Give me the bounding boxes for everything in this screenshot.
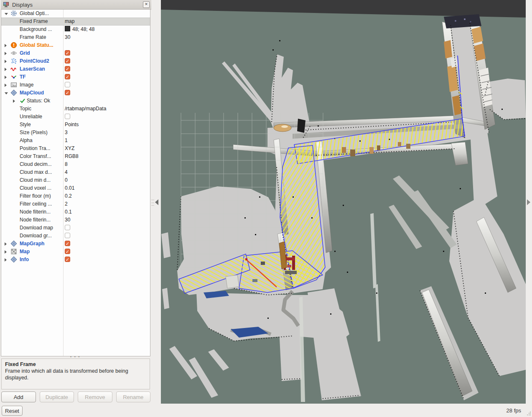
check-green-icon [19, 97, 26, 104]
checkbox-unchecked[interactable] [65, 233, 70, 238]
row-value[interactable]: map [65, 18, 74, 25]
checkbox-unchecked[interactable] [65, 225, 70, 230]
splitter-grip[interactable] [151, 200, 154, 206]
row-value[interactable]: 8 [65, 160, 68, 168]
tree-row-node-filterin[interactable]: Node filterin...0.1 [1, 208, 150, 216]
row-label: MapGraph [20, 240, 44, 248]
row-value[interactable]: 48; 48; 48 [65, 25, 94, 33]
row-value[interactable]: 2 [65, 200, 68, 208]
row-label: Info [20, 256, 29, 264]
resize-grip[interactable] [527, 412, 531, 416]
expand-arrow-icon[interactable] [5, 44, 7, 47]
tree-row-mapgraph[interactable]: MapGraph✓ [1, 240, 150, 248]
row-label: Cloud min d... [20, 176, 51, 184]
add-button[interactable]: Add [1, 392, 36, 402]
tree-row-position-tra[interactable]: Position Tra...XYZ [1, 145, 150, 153]
expand-arrow-icon[interactable] [5, 258, 7, 262]
tree-row-tf[interactable]: TF✓ [1, 73, 150, 81]
checkbox-checked[interactable]: ✓ [65, 58, 70, 64]
tree-row-download-gr[interactable]: Download gr... [1, 232, 150, 240]
tree-row-global-opti[interactable]: Global Opti... [1, 10, 150, 18]
gear-icon [10, 10, 17, 17]
row-label: Filter ceiling ... [20, 200, 52, 208]
tree-row-topic[interactable]: Topic/rtabmap/mapData [1, 105, 150, 113]
tree-row-cloud-max-d[interactable]: Cloud max d...4 [1, 168, 150, 176]
tree-row-status-ok[interactable]: Status: Ok [1, 97, 150, 105]
row-label: Download map [20, 224, 53, 232]
expand-arrow-icon[interactable] [5, 242, 7, 246]
tree-row-image[interactable]: Image [1, 81, 150, 89]
row-value[interactable]: 3 [65, 129, 68, 137]
tree-row-filter-ceiling[interactable]: Filter ceiling ...2 [1, 200, 150, 208]
row-value[interactable]: 30 [65, 216, 70, 224]
checkbox-checked[interactable]: ✓ [65, 241, 70, 246]
row-value[interactable]: 0.2 [65, 192, 72, 200]
tree-row-color-transf[interactable]: Color Transf...RGB8 [1, 153, 150, 160]
row-value[interactable]: XYZ [65, 145, 74, 153]
tree-row-download-map[interactable]: Download map [1, 224, 150, 232]
tree-row-unreliable[interactable]: Unreliable [1, 113, 150, 121]
checkbox-checked[interactable]: ✓ [65, 74, 70, 79]
expand-arrow-icon[interactable] [5, 52, 7, 55]
tree-row-filter-floor-m[interactable]: Filter floor (m)0.2 [1, 192, 150, 200]
checkbox-checked[interactable]: ✓ [65, 90, 70, 95]
display-tree: Global Opti...Fixed FramemapBackground .… [1, 9, 150, 356]
close-icon[interactable]: ✕ [143, 1, 150, 8]
expand-arrow-icon[interactable] [5, 76, 7, 79]
expand-arrow-icon[interactable] [5, 250, 7, 254]
row-value[interactable]: RGB8 [65, 153, 79, 160]
tree-row-global-statu[interactable]: !Global Statu... [1, 41, 150, 49]
row-label: Global Statu... [20, 41, 53, 49]
tree-row-fixed-frame[interactable]: Fixed Framemap [1, 18, 150, 25]
row-value[interactable]: Points [65, 121, 79, 129]
reset-button[interactable]: Reset [2, 406, 23, 416]
tree-row-node-filterin[interactable]: Node filterin...30 [1, 216, 150, 224]
tree-row-alpha[interactable]: Alpha1 [1, 137, 150, 145]
tree-row-mapcloud[interactable]: MapCloud✓ [1, 89, 150, 97]
row-value[interactable]: /rtabmap/mapData [65, 105, 106, 113]
expand-arrow-icon[interactable] [13, 99, 15, 103]
row-value[interactable]: 1 [65, 137, 68, 145]
3d-viewport[interactable] [161, 0, 526, 404]
row-label: Fixed Frame [20, 18, 48, 25]
tree-row-background[interactable]: Background ...48; 48; 48 [1, 25, 150, 33]
row-value[interactable]: 0.01 [65, 184, 74, 192]
image-icon [10, 81, 17, 88]
row-value[interactable]: 30 [65, 33, 70, 41]
fps-counter: 28 fps [507, 407, 521, 414]
row-label: Frame Rate [20, 33, 46, 41]
row-value[interactable]: 0 [65, 176, 68, 184]
row-label: Status: Ok [27, 97, 50, 105]
collapse-right-icon[interactable] [527, 199, 530, 205]
collapse-left-icon[interactable] [155, 199, 158, 205]
tree-row-cloud-min-d[interactable]: Cloud min d...0 [1, 176, 150, 184]
expand-arrow-icon[interactable] [5, 84, 7, 87]
tree-row-cloud-voxel[interactable]: Cloud voxel ...0.01 [1, 184, 150, 192]
row-label: TF [20, 73, 26, 81]
tree-row-cloud-decim[interactable]: Cloud decim...8 [1, 160, 150, 168]
expand-arrow-icon[interactable] [5, 60, 7, 63]
checkbox-checked[interactable]: ✓ [65, 66, 70, 71]
checkbox-unchecked[interactable] [65, 114, 70, 119]
expand-arrow-icon[interactable] [5, 68, 7, 71]
tree-row-style[interactable]: StylePoints [1, 121, 150, 129]
pointcloud-icon [10, 58, 17, 64]
row-value[interactable]: 0.1 [65, 208, 72, 216]
checkbox-unchecked[interactable] [65, 82, 70, 87]
row-label: Cloud voxel ... [20, 184, 51, 192]
row-value[interactable]: 4 [65, 168, 68, 176]
tree-row-grid[interactable]: Grid✓ [1, 49, 150, 57]
checkbox-checked[interactable]: ✓ [65, 50, 70, 56]
tree-row-size-pixels[interactable]: Size (Pixels)3 [1, 129, 150, 137]
collapse-arrow-icon[interactable] [5, 13, 8, 15]
checkbox-checked[interactable]: ✓ [65, 257, 70, 262]
panel-title: Displays [12, 2, 33, 8]
tree-row-laserscan[interactable]: LaserScan✓ [1, 65, 150, 73]
checkbox-checked[interactable]: ✓ [65, 249, 70, 254]
grid-icon [10, 50, 17, 56]
tree-row-frame-rate[interactable]: Frame Rate30 [1, 33, 150, 41]
tree-row-map[interactable]: Map✓ [1, 248, 150, 256]
collapse-arrow-icon[interactable] [5, 92, 8, 94]
tree-row-info[interactable]: Info✓ [1, 256, 150, 264]
tree-row-pointcloud2[interactable]: PointCloud2✓ [1, 57, 150, 65]
